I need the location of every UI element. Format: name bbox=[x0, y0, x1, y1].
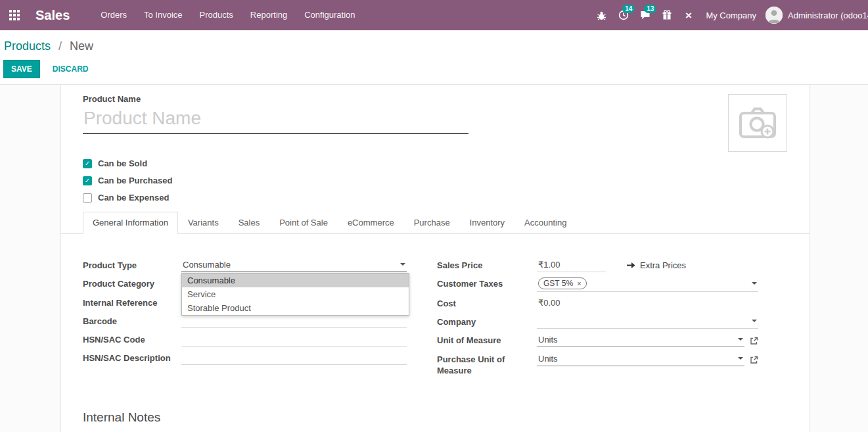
activities-count-badge: 14 bbox=[622, 5, 635, 13]
product-type-row: Product Type Consumable bbox=[83, 258, 407, 272]
company-select[interactable] bbox=[537, 314, 758, 329]
discard-button[interactable]: DISCARD bbox=[49, 64, 93, 74]
product-form-sheet: Product Name ✓ Can be Sold ✓ Can bbox=[60, 85, 810, 432]
cost-row: Cost ₹0.00 bbox=[437, 296, 758, 310]
hsn-description-input[interactable] bbox=[181, 350, 407, 365]
can-be-sold-checkbox[interactable]: ✓ bbox=[83, 159, 92, 168]
content-area: Product Name ✓ Can be Sold ✓ Can bbox=[0, 85, 868, 432]
tax-tag[interactable]: GST 5% × bbox=[538, 277, 587, 289]
cost-input[interactable]: ₹0.00 bbox=[537, 296, 758, 310]
can-be-purchased-checkbox[interactable]: ✓ bbox=[83, 176, 92, 185]
internal-notes-section: Internal Notes This note is only for int… bbox=[61, 380, 810, 432]
tab-sales[interactable]: Sales bbox=[229, 212, 270, 234]
debug-button[interactable] bbox=[591, 0, 612, 30]
barcode-input[interactable] bbox=[181, 314, 407, 328]
barcode-row: Barcode bbox=[83, 314, 407, 328]
form-action-bar: SAVE DISCARD bbox=[0, 55, 868, 85]
camera-plus-icon bbox=[739, 106, 777, 140]
can-be-purchased-row[interactable]: ✓ Can be Purchased bbox=[83, 176, 810, 185]
sales-price-label: Sales Price bbox=[437, 258, 537, 271]
gift-button[interactable] bbox=[656, 0, 677, 30]
main-menu: Orders To Invoice Products Reporting Con… bbox=[92, 0, 363, 30]
can-be-expensed-row[interactable]: Can be Expensed bbox=[83, 193, 810, 203]
cost-label: Cost bbox=[437, 296, 537, 309]
app-title[interactable]: Sales bbox=[35, 8, 70, 23]
hsn-description-row: HSN/SAC Description bbox=[83, 350, 407, 365]
dropdown-option-consumable[interactable]: Consumable bbox=[182, 274, 409, 287]
purchase-uom-select[interactable]: Units bbox=[537, 352, 744, 366]
tab-accounting[interactable]: Accounting bbox=[514, 212, 576, 234]
top-navbar: Sales Orders To Invoice Products Reporti… bbox=[0, 0, 868, 30]
can-be-sold-row[interactable]: ✓ Can be Sold bbox=[83, 158, 810, 168]
tools-icon: × bbox=[685, 10, 692, 21]
product-category-label: Product Category bbox=[83, 276, 181, 289]
product-name-input[interactable] bbox=[83, 107, 468, 134]
messages-count-badge: 13 bbox=[644, 5, 656, 13]
customer-taxes-input[interactable]: GST 5% × bbox=[537, 276, 758, 292]
menu-products[interactable]: Products bbox=[191, 0, 242, 30]
product-type-value: Consumable bbox=[183, 260, 231, 270]
arrow-right-icon bbox=[627, 262, 635, 269]
user-avatar[interactable] bbox=[765, 7, 783, 24]
uom-external-link-icon[interactable] bbox=[750, 336, 758, 348]
breadcrumb-current: New bbox=[70, 39, 93, 53]
product-image-upload[interactable] bbox=[728, 94, 787, 152]
save-button[interactable]: SAVE bbox=[3, 60, 40, 78]
company-label: Company bbox=[437, 314, 537, 327]
can-be-expensed-label: Can be Expensed bbox=[98, 193, 169, 203]
can-be-purchased-label: Can be Purchased bbox=[98, 176, 172, 185]
tax-tag-label: GST 5% bbox=[543, 278, 573, 289]
fields-left-column: Product Type Consumable Consumable Servi… bbox=[83, 258, 407, 380]
breadcrumb-products-link[interactable]: Products bbox=[4, 39, 51, 53]
tab-inventory[interactable]: Inventory bbox=[460, 212, 514, 234]
purchase-uom-row: Purchase Unit of Measure Units bbox=[437, 352, 758, 376]
uom-select[interactable]: Units bbox=[537, 333, 744, 347]
hsn-code-input[interactable] bbox=[181, 332, 407, 347]
menu-configuration[interactable]: Configuration bbox=[296, 0, 363, 30]
dropdown-option-storable-product[interactable]: Storable Product bbox=[182, 301, 409, 315]
tools-button[interactable]: × bbox=[677, 0, 699, 30]
user-menu[interactable]: Administrator (odoo14 bbox=[783, 11, 868, 20]
dropdown-option-service[interactable]: Service bbox=[182, 287, 409, 301]
company-switcher[interactable]: My Company bbox=[699, 11, 765, 20]
chevron-down-icon bbox=[738, 338, 743, 341]
tab-purchase[interactable]: Purchase bbox=[404, 212, 460, 234]
tab-general-information[interactable]: General Information bbox=[83, 212, 178, 234]
breadcrumb-separator: / bbox=[58, 39, 62, 53]
sales-price-value: ₹1.00 bbox=[538, 260, 560, 270]
messages-button[interactable]: 13 bbox=[634, 0, 656, 30]
barcode-label: Barcode bbox=[83, 314, 181, 327]
company-row: Company bbox=[437, 314, 758, 329]
fields-right-column: Sales Price ₹1.00 Extra Prices Customer … bbox=[437, 258, 758, 380]
product-name-block: Product Name bbox=[83, 94, 468, 152]
menu-orders[interactable]: Orders bbox=[92, 0, 135, 30]
cost-value: ₹0.00 bbox=[538, 298, 560, 308]
apps-menu-button[interactable] bbox=[0, 0, 29, 30]
bug-icon bbox=[597, 11, 606, 20]
product-name-label: Product Name bbox=[83, 94, 468, 104]
tab-point-of-sale[interactable]: Point of Sale bbox=[269, 212, 338, 234]
product-type-dropdown: Consumable Service Storable Product bbox=[181, 273, 409, 316]
product-type-label: Product Type bbox=[83, 258, 181, 271]
purchase-uom-label: Purchase Unit of Measure bbox=[437, 352, 537, 376]
product-type-select[interactable]: Consumable bbox=[181, 258, 407, 272]
menu-reporting[interactable]: Reporting bbox=[242, 0, 296, 30]
purchase-uom-external-link-icon[interactable] bbox=[750, 355, 758, 367]
tab-variants[interactable]: Variants bbox=[178, 212, 229, 234]
general-information-panel: Product Type Consumable Consumable Servi… bbox=[61, 234, 810, 380]
extra-prices-label: Extra Prices bbox=[640, 260, 686, 270]
activities-button[interactable]: 14 bbox=[612, 0, 634, 30]
purchase-uom-value: Units bbox=[538, 354, 558, 364]
capability-checkboxes: ✓ Can be Sold ✓ Can be Purchased Can be … bbox=[61, 152, 810, 203]
sales-price-input[interactable]: ₹1.00 bbox=[537, 258, 606, 272]
customer-taxes-label: Customer Taxes bbox=[437, 276, 537, 289]
extra-prices-link[interactable]: Extra Prices bbox=[627, 258, 686, 270]
uom-row: Unit of Measure Units bbox=[437, 333, 758, 348]
hsn-code-label: HSN/SAC Code bbox=[83, 332, 181, 345]
sales-price-row: Sales Price ₹1.00 Extra Prices bbox=[437, 258, 758, 272]
tab-ecommerce[interactable]: eCommerce bbox=[338, 212, 404, 234]
tax-tag-remove-icon[interactable]: × bbox=[577, 278, 581, 289]
hsn-code-row: HSN/SAC Code bbox=[83, 332, 407, 347]
menu-to-invoice[interactable]: To Invoice bbox=[135, 0, 191, 30]
can-be-expensed-checkbox[interactable] bbox=[83, 193, 92, 203]
